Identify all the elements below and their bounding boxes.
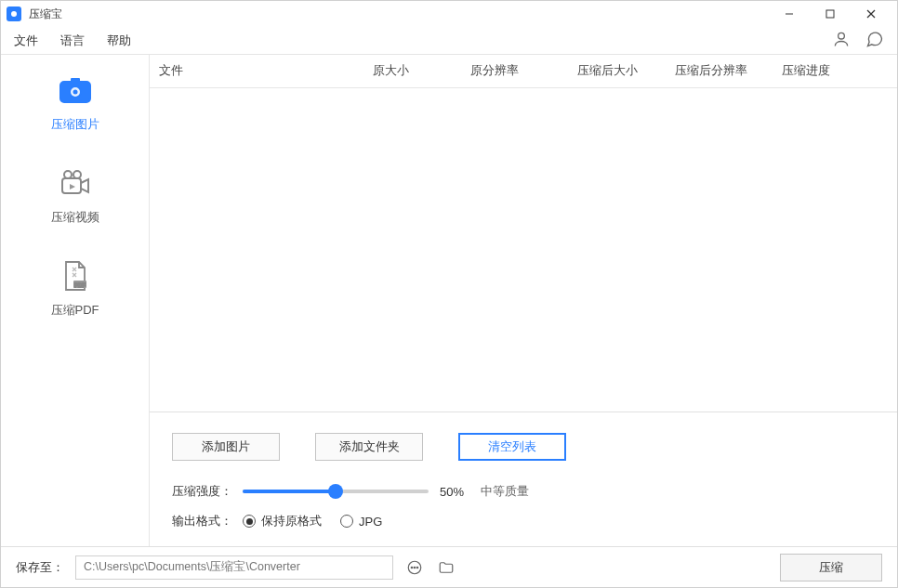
svg-point-4 [839,33,845,39]
main-area: 压缩图片 压缩视频 PDF [1,55,897,546]
menu-bar: 文件 语言 帮助 [1,27,897,55]
slider-fill [243,490,336,493]
radio-jpg[interactable]: JPG [340,515,382,529]
svg-point-11 [73,171,81,178]
svg-point-16 [411,567,413,568]
menu-help[interactable]: 帮助 [107,33,131,49]
chat-icon[interactable] [865,30,884,52]
sidebar-item-label: 压缩图片 [51,116,99,133]
pdf-file-icon: PDF [55,261,96,293]
output-format-label: 输出格式： [172,513,243,529]
open-folder-icon[interactable] [436,557,456,578]
svg-rect-8 [71,78,80,82]
camera-icon [55,75,96,107]
column-header-file: 文件 [159,63,373,79]
svg-rect-1 [826,10,834,18]
svg-point-7 [73,90,77,95]
menu-file[interactable]: 文件 [14,33,38,49]
content-area: 文件 原大小 原分辨率 压缩后大小 压缩后分辨率 压缩进度 添加图片 添加文件夹… [150,55,897,546]
column-header-progress: 压缩进度 [782,63,888,79]
output-format-row: 输出格式： 保持原格式 JPG [172,513,875,529]
compression-strength-label: 压缩强度： [172,483,243,500]
add-folder-button[interactable]: 添加文件夹 [315,433,423,461]
sidebar-item-label: 压缩PDF [51,302,99,319]
app-icon [7,7,21,21]
sidebar-item-label: 压缩视频 [51,209,99,226]
sidebar-item-compress-pdf[interactable]: PDF 压缩PDF [51,261,99,319]
user-icon[interactable] [832,30,851,52]
action-button-row: 添加图片 添加文件夹 清空列表 [172,433,875,461]
compress-button[interactable]: 压缩 [780,554,882,581]
radio-label: JPG [359,515,382,529]
minimize-button[interactable] [769,1,810,27]
svg-text:PDF: PDF [74,282,86,288]
compression-percent: 50% [440,485,481,499]
column-header-orig-size: 原大小 [373,63,470,79]
footer-bar: 保存至： 压缩 [1,546,897,587]
maximize-button[interactable] [810,1,851,27]
compression-strength-row: 压缩强度： 50% 中等质量 [172,483,875,500]
column-header-comp-size: 压缩后大小 [577,63,675,79]
output-path-input[interactable] [75,555,393,580]
radio-label: 保持原格式 [261,513,322,529]
column-header-comp-res: 压缩后分辨率 [675,63,782,79]
sidebar: 压缩图片 压缩视频 PDF [1,55,150,546]
slider-thumb[interactable] [328,484,343,499]
column-header-orig-res: 原分辨率 [470,63,577,79]
table-header: 文件 原大小 原分辨率 压缩后大小 压缩后分辨率 压缩进度 [150,55,897,88]
menu-language[interactable]: 语言 [60,33,85,49]
sidebar-item-compress-image[interactable]: 压缩图片 [51,75,99,133]
svg-point-17 [414,567,416,568]
clear-list-button[interactable]: 清空列表 [458,433,566,461]
table-body [150,88,897,412]
app-title: 压缩宝 [29,7,62,22]
save-to-label: 保存至： [16,559,64,576]
video-camera-icon [55,168,96,200]
bottom-panel: 添加图片 添加文件夹 清空列表 压缩强度： 50% 中等质量 输出格式： 保持原… [150,412,897,546]
radio-keep-original[interactable]: 保持原格式 [243,513,322,529]
radio-icon [340,515,353,528]
svg-point-10 [64,171,72,178]
add-image-button[interactable]: 添加图片 [172,433,280,461]
compression-quality-text: 中等质量 [481,483,529,500]
close-button[interactable] [851,1,891,27]
header-right-icons [832,30,884,52]
svg-point-18 [416,567,418,568]
title-bar: 压缩宝 [1,1,897,27]
svg-marker-12 [70,184,75,189]
window-controls [769,1,891,27]
sidebar-item-compress-video[interactable]: 压缩视频 [51,168,99,226]
more-options-icon[interactable] [404,557,425,578]
compression-slider[interactable] [243,490,429,493]
radio-icon [243,515,256,528]
